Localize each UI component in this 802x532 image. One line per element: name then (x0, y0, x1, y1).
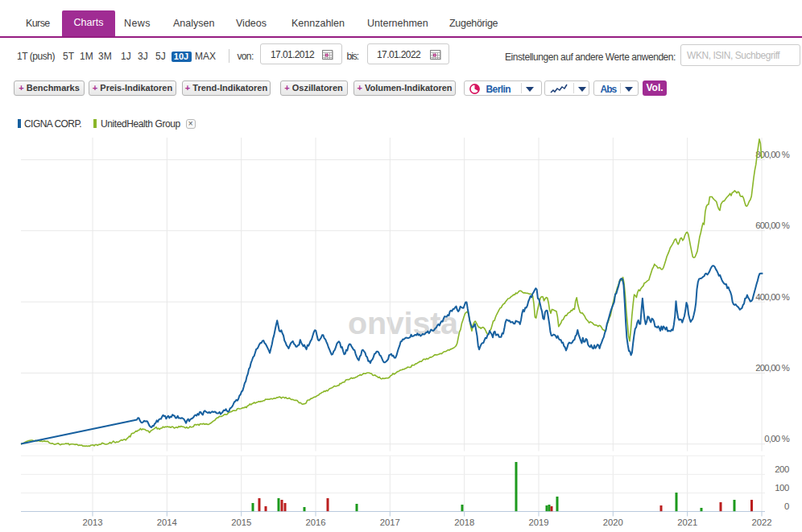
svg-text:0,00 %: 0,00 % (764, 434, 789, 443)
svg-text:2019: 2019 (528, 518, 548, 527)
svg-text:0: 0 (784, 501, 789, 511)
svg-text:400,00 %: 400,00 % (755, 292, 789, 302)
svg-text:2018: 2018 (454, 518, 474, 527)
svg-text:2016: 2016 (305, 518, 325, 527)
svg-text:2015: 2015 (231, 518, 251, 527)
svg-text:200,00 %: 200,00 % (755, 363, 789, 373)
svg-text:200: 200 (775, 464, 789, 474)
svg-text:100: 100 (775, 483, 789, 493)
svg-text:600,00 %: 600,00 % (755, 221, 789, 230)
svg-text:2021: 2021 (677, 518, 697, 527)
svg-text:2020: 2020 (603, 518, 623, 527)
svg-text:2014: 2014 (157, 518, 177, 527)
svg-text:2013: 2013 (82, 518, 102, 527)
svg-text:2022: 2022 (751, 518, 771, 527)
svg-text:2017: 2017 (380, 518, 400, 527)
